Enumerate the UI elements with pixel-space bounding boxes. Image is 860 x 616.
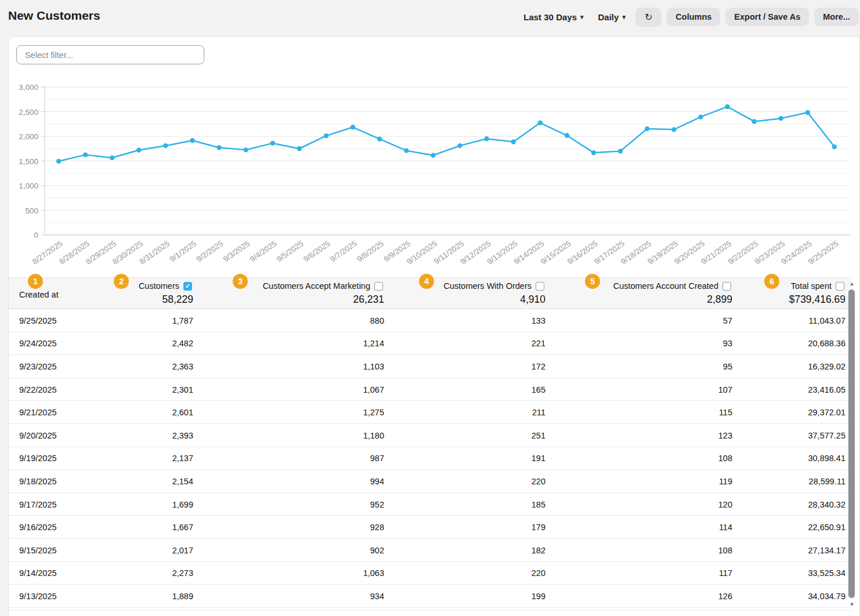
cell-value: 27,134.17 xyxy=(729,539,845,562)
data-point[interactable] xyxy=(591,150,596,155)
data-point[interactable] xyxy=(324,133,328,138)
cell-value: 115 xyxy=(616,401,732,424)
cell-value: 11,043.07 xyxy=(729,309,845,332)
data-point[interactable] xyxy=(457,143,462,148)
date-range-dropdown[interactable]: Last 30 Days ▾ xyxy=(519,9,588,26)
data-point[interactable] xyxy=(832,144,837,149)
data-point[interactable] xyxy=(618,148,623,153)
cell-value: 22,650.91 xyxy=(729,516,845,539)
cell-value: 29,372.01 xyxy=(729,401,845,424)
column-checkbox-unchecked[interactable] xyxy=(374,282,383,291)
customers-series-line xyxy=(59,107,834,161)
table-row: 9/13/20251,88993419912634,034.79 xyxy=(9,585,851,608)
cell-value: 1,063 xyxy=(268,562,384,585)
column-header-created-at: Created at xyxy=(19,290,59,299)
cell-value: 994 xyxy=(268,470,384,493)
data-point[interactable] xyxy=(565,133,569,137)
data-point[interactable] xyxy=(270,141,275,146)
column-label: Total spent xyxy=(791,281,832,291)
cell-value: 1,275 xyxy=(268,401,384,424)
scroll-up-icon[interactable]: ▲ xyxy=(847,279,857,288)
cell-value: 30,898.41 xyxy=(729,447,845,470)
filter-input[interactable] xyxy=(16,45,204,64)
more-button[interactable]: More... xyxy=(814,8,859,26)
column-header-customers: Customers✓ xyxy=(139,281,192,291)
column-checkbox-unchecked[interactable] xyxy=(836,282,844,291)
y-axis-tick-label: 500 xyxy=(25,206,38,215)
table-row: 9/23/20252,3631,1031729516,329.02 xyxy=(9,355,851,378)
cell-value: 37,577.25 xyxy=(729,424,845,447)
data-point[interactable] xyxy=(671,127,676,132)
data-point[interactable] xyxy=(56,159,61,164)
cell-value: 179 xyxy=(429,516,545,539)
data-point[interactable] xyxy=(751,119,756,124)
export-save-as-button[interactable]: Export / Save As xyxy=(725,8,809,26)
cell-value: 2,017 xyxy=(77,539,193,562)
customers-line-chart: 05001,0001,5002,0002,5003,0008/27/20258/… xyxy=(0,75,860,273)
data-point[interactable] xyxy=(725,104,729,109)
annotation-badge-6: 6 xyxy=(764,274,779,289)
data-point[interactable] xyxy=(163,143,168,148)
cell-value: 1,787 xyxy=(77,309,193,332)
data-point[interactable] xyxy=(216,145,221,150)
table-row: 9/16/20251,66792817911422,650.91 xyxy=(9,516,851,539)
cell-value: 221 xyxy=(429,332,545,356)
data-point[interactable] xyxy=(350,125,355,129)
cell-value: 95 xyxy=(616,355,732,378)
data-point[interactable] xyxy=(297,146,302,151)
column-checkbox-unchecked[interactable] xyxy=(722,282,731,291)
cell-value: 114 xyxy=(616,516,732,539)
cell-value: 28,340.32 xyxy=(729,493,845,516)
data-point[interactable] xyxy=(110,155,114,160)
table-row: 9/24/20252,4821,2142219320,688.36 xyxy=(9,332,851,356)
caret-down-icon: ▾ xyxy=(622,14,626,20)
data-point[interactable] xyxy=(190,138,194,143)
cell-value: 133 xyxy=(429,309,545,332)
column-label: Customers With Orders xyxy=(444,281,532,291)
table-row: 9/15/20252,01790218210827,134.17 xyxy=(9,539,851,562)
refresh-button[interactable]: ↻ xyxy=(635,8,662,27)
toolbar: Last 30 Days ▾ Daily ▾ ↻ Columns Export … xyxy=(519,6,859,27)
x-axis-tick-label: 9/6/2025 xyxy=(302,239,332,263)
cell-value: 108 xyxy=(616,539,732,562)
data-point[interactable] xyxy=(805,110,810,115)
table-row: 9/19/20252,13798719110830,898.41 xyxy=(9,447,851,470)
data-point[interactable] xyxy=(779,116,783,121)
x-axis-tick-label: 8/31/2025 xyxy=(138,239,171,266)
column-checkbox-unchecked[interactable] xyxy=(536,282,544,291)
cell-value: 1,180 xyxy=(268,424,384,447)
cell-value: 2,273 xyxy=(77,562,193,585)
cell-value: 123 xyxy=(616,424,732,447)
data-point[interactable] xyxy=(83,153,88,157)
scroll-down-icon[interactable]: ▼ xyxy=(847,600,857,609)
data-point[interactable] xyxy=(484,136,489,141)
granularity-dropdown[interactable]: Daily ▾ xyxy=(594,9,630,26)
data-point[interactable] xyxy=(511,139,516,144)
annotation-badge-4: 4 xyxy=(419,274,434,289)
cell-value: 191 xyxy=(429,447,545,470)
cell-value: 107 xyxy=(616,378,732,401)
data-point[interactable] xyxy=(698,114,703,119)
data-point[interactable] xyxy=(538,121,543,125)
data-point[interactable] xyxy=(244,147,248,152)
annotation-badge-2: 2 xyxy=(114,274,129,289)
data-point[interactable] xyxy=(404,148,409,153)
table-row: 9/20/20252,3931,18025112337,577.25 xyxy=(9,424,851,447)
cell-value: 120 xyxy=(616,493,732,516)
data-point[interactable] xyxy=(136,148,141,153)
column-total: $739,416.69 xyxy=(789,293,845,306)
data-point[interactable] xyxy=(431,153,435,158)
data-point[interactable] xyxy=(645,126,649,131)
scrollbar-thumb[interactable] xyxy=(848,289,855,598)
x-axis-tick-label: 9/4/2025 xyxy=(248,239,279,263)
columns-button[interactable]: Columns xyxy=(667,8,720,26)
cell-value: 2,154 xyxy=(77,470,193,493)
column-label: Customers xyxy=(139,281,179,291)
table-scrollbar[interactable]: ▲ ▼ xyxy=(847,279,857,610)
column-total: 26,231 xyxy=(353,293,384,306)
cell-value: 928 xyxy=(268,516,384,539)
cell-value: 1,667 xyxy=(77,516,193,539)
x-axis-tick-label: 9/2/2025 xyxy=(195,239,225,263)
data-point[interactable] xyxy=(377,136,382,141)
column-checkbox-checked[interactable]: ✓ xyxy=(183,282,192,291)
